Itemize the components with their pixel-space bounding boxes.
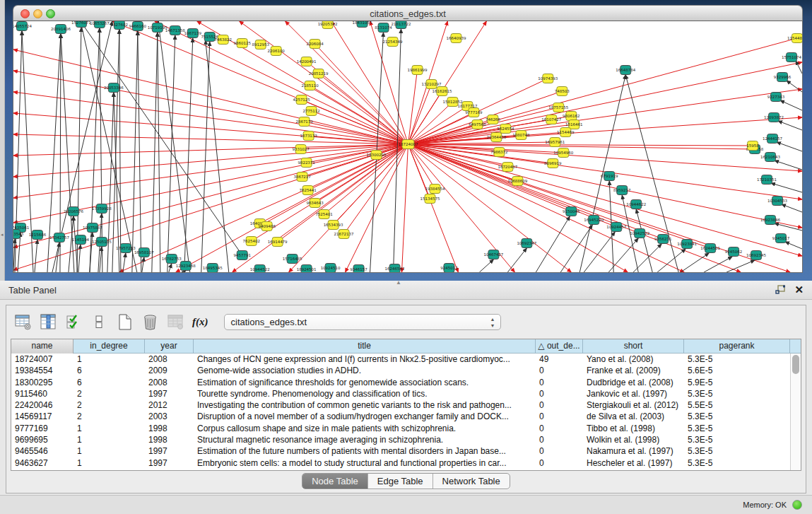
- graph-node[interactable]: 16107427: [541, 115, 561, 124]
- graph-node[interactable]: 19861999: [408, 66, 428, 75]
- graph-node[interactable]: 7525401: [315, 210, 332, 219]
- new-table-button[interactable]: [115, 313, 134, 332]
- table-row[interactable]: 1456911722003Disruption of a novel membe…: [11, 411, 790, 422]
- network-view-canvas[interactable]: 1405572420891406152760711065326715276029…: [13, 21, 803, 273]
- graph-node[interactable]: 2775112: [302, 107, 319, 116]
- graph-node[interactable]: 17210351: [757, 175, 777, 185]
- graph-node[interactable]: 9329966: [774, 73, 792, 82]
- graph-node[interactable]: 18495345: [203, 264, 223, 273]
- graph-node[interactable]: 9245062: [725, 247, 742, 257]
- graph-node[interactable]: 15134575: [420, 194, 440, 204]
- graph-node[interactable]: 15716485: [283, 255, 302, 264]
- graph-node[interactable]: 748503: [555, 87, 570, 96]
- table-vertical-scrollbar[interactable]: [790, 354, 801, 470]
- graph-node[interactable]: 10944522: [250, 265, 270, 273]
- memory-status-icon[interactable]: [792, 500, 802, 510]
- select-all-button[interactable]: [64, 313, 83, 332]
- graph-node[interactable]: 18757155: [548, 103, 568, 112]
- column-header-in_degree[interactable]: in_degree: [73, 339, 145, 354]
- citation-edge-black[interactable]: [681, 253, 709, 272]
- table-row[interactable]: 946554611997Estimation of the future num…: [11, 445, 790, 457]
- citation-edge-black[interactable]: [158, 33, 160, 272]
- tab-node-table[interactable]: Node Table: [302, 474, 367, 489]
- graph-node[interactable]: 15751074: [782, 53, 801, 62]
- column-header-out_de[interactable]: △ out_de...: [536, 339, 583, 354]
- graph-node[interactable]: 12093872: [764, 113, 784, 122]
- graph-node[interactable]: 9457791: [233, 251, 250, 260]
- graph-node[interactable]: 16244501: [700, 244, 720, 253]
- citation-edge-black[interactable]: [536, 216, 570, 272]
- graph-node[interactable]: 15276071: [71, 21, 91, 28]
- graph-node[interactable]: 16958107: [134, 248, 154, 257]
- citation-edge-black[interactable]: [169, 264, 172, 272]
- graph-node[interactable]: 17359928: [92, 204, 112, 214]
- column-visibility-button[interactable]: [39, 313, 58, 332]
- citation-edge-black[interactable]: [726, 260, 755, 272]
- float-panel-icon[interactable]: [775, 285, 786, 295]
- citation-edge-black[interactable]: [584, 232, 615, 272]
- graph-node[interactable]: 15958: [746, 141, 759, 151]
- citation-edge-black[interactable]: [778, 121, 802, 130]
- citation-edge-black[interactable]: [201, 42, 210, 272]
- citation-edge-black[interactable]: [771, 183, 802, 192]
- graph-node[interactable]: 19205342: [318, 21, 338, 29]
- graph-node[interactable]: 10467427: [483, 250, 503, 259]
- column-header-year[interactable]: year: [145, 339, 194, 354]
- graph-node[interactable]: 12505185: [92, 238, 112, 247]
- citation-edge-black[interactable]: [206, 40, 229, 272]
- table-row[interactable]: 2242004622012Investigating the contribut…: [11, 399, 790, 411]
- network-window-titlebar[interactable]: citations_edges.txt: [13, 5, 803, 21]
- citation-edge-black[interactable]: [777, 142, 802, 151]
- graph-node[interactable]: 13342757: [49, 233, 69, 243]
- table-row[interactable]: 969969511998Structural magnetic resonanc…: [11, 434, 790, 445]
- citation-edge-black[interactable]: [56, 243, 59, 272]
- citation-edge-black[interactable]: [780, 100, 802, 110]
- splitter-handle-icon[interactable]: ▲: [396, 279, 401, 286]
- table-row[interactable]: 1872400712008Changes of HCN gene express…: [11, 354, 790, 365]
- graph-node[interactable]: 16782753: [162, 255, 182, 264]
- table-row[interactable]: 1938455462009Genome-wide association stu…: [11, 365, 790, 376]
- graph-node[interactable]: 10923846: [760, 216, 780, 225]
- graph-node[interactable]: 18924501: [297, 265, 317, 273]
- graph-node[interactable]: 21813722: [392, 21, 411, 29]
- graph-node[interactable]: 9346157: [350, 265, 367, 273]
- splitter-grip-icon[interactable]: ◂: [1, 232, 4, 238]
- citation-edge-black[interactable]: [90, 28, 100, 272]
- citation-edge-red[interactable]: [402, 144, 408, 272]
- graph-node[interactable]: 16957961: [545, 138, 565, 147]
- table-row[interactable]: 977716911998Corpus callosum shape and si…: [11, 423, 790, 434]
- graph-node[interactable]: 20891406: [51, 25, 71, 34]
- graph-node[interactable]: 21672137: [334, 230, 354, 239]
- table-row[interactable]: 946362711997Embryonic stem cells: a mode…: [11, 457, 790, 469]
- graph-node[interactable]: 8131074: [375, 23, 392, 33]
- citation-edge-black[interactable]: [152, 33, 158, 272]
- graph-node[interactable]: 11544808: [787, 34, 802, 43]
- graph-node[interactable]: 14671358: [165, 26, 185, 35]
- graph-node[interactable]: 6497568: [469, 120, 486, 129]
- table-row[interactable]: 911546021997Tourette syndrome. Phenomeno…: [11, 388, 790, 399]
- graph-node[interactable]: 1145194: [72, 235, 90, 245]
- citation-edge-red[interactable]: [302, 100, 408, 144]
- graph-node[interactable]: 7625441: [299, 186, 316, 195]
- citation-edge-red[interactable]: [13, 144, 408, 177]
- graph-node[interactable]: 746266: [486, 115, 500, 124]
- graph-node[interactable]: 9860125: [233, 39, 251, 48]
- graph-node[interactable]: 18431055: [353, 21, 372, 28]
- graph-node[interactable]: 16534393: [324, 221, 343, 230]
- citation-edge-red[interactable]: [13, 49, 408, 144]
- scrollbar-thumb[interactable]: [792, 355, 799, 374]
- citation-edge-black[interactable]: [636, 209, 652, 272]
- graph-node[interactable]: 10942522: [630, 229, 649, 238]
- graph-node[interactable]: 20206576: [64, 207, 83, 216]
- tab-edge-table[interactable]: Edge Table: [367, 474, 433, 489]
- graph-node[interactable]: 8959217: [613, 186, 631, 195]
- function-builder-button[interactable]: f(x): [192, 313, 209, 332]
- column-header-title[interactable]: title: [194, 339, 536, 354]
- graph-node[interactable]: 6791919: [601, 172, 618, 181]
- citation-edge-red[interactable]: [233, 144, 408, 272]
- graph-node[interactable]: 14055724: [13, 22, 32, 31]
- graph-node[interactable]: 9806162: [563, 112, 579, 121]
- citation-edge-black[interactable]: [13, 239, 15, 272]
- graph-node[interactable]: 20364436: [486, 133, 506, 142]
- citation-edge-red[interactable]: [13, 144, 408, 156]
